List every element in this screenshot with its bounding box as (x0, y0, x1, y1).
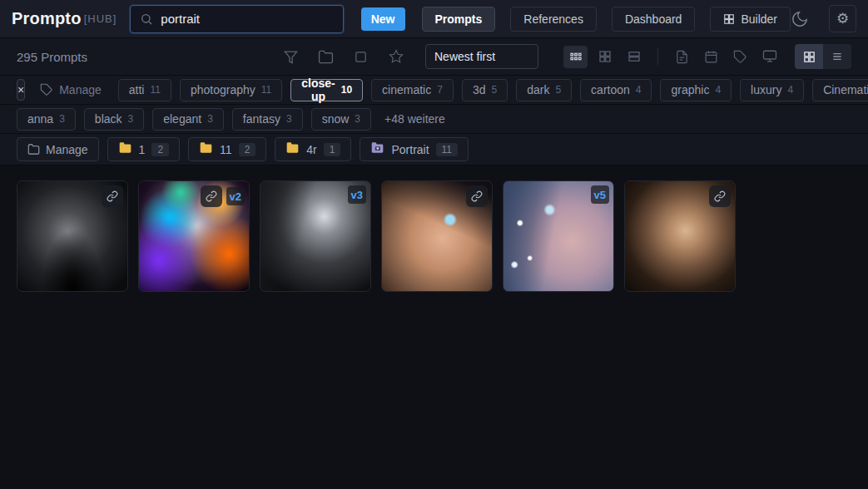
tag-chip-cinematicportrait[interactable]: CinematicPortrait3 (812, 79, 868, 101)
tag-chip-cartoon[interactable]: cartoon4 (580, 79, 652, 101)
view-grid-small-button[interactable] (563, 46, 588, 68)
folder-chips: 121124r1Portrait11 (107, 137, 469, 161)
app-logo-suffix: [HUB] (84, 12, 117, 25)
folder-icon (285, 141, 300, 156)
prompt-card-3[interactable]: v3 (260, 180, 371, 292)
tag-chip-elegant[interactable]: elegant3 (152, 108, 224, 131)
tag-chip-photography[interactable]: photography11 (180, 79, 282, 101)
card-overlay (102, 185, 123, 207)
tag-chips-row1: atti11photography11close-up10cinematic73… (118, 79, 868, 101)
moon-icon[interactable] (791, 10, 809, 28)
card-overlay: v3 (348, 185, 366, 204)
tag-chip-black[interactable]: black3 (84, 108, 144, 131)
prompt-card-1[interactable] (17, 180, 128, 292)
view-grid-2x2-button[interactable] (593, 46, 617, 68)
card-overlay (709, 185, 731, 207)
search-box[interactable] (130, 5, 343, 33)
prompto-app: Prompto [HUB] New PromptsReferencesDashb… (0, 0, 868, 489)
view-mode-group (563, 46, 781, 68)
tag-row-2: anna3black3elegant3fantasy3snow3 +48 wei… (0, 105, 868, 134)
tag-chip-luxury[interactable]: luxury4 (740, 79, 804, 101)
folder-chip-11[interactable]: 112 (188, 137, 266, 161)
nav-dashboard[interactable]: Dashboard (612, 7, 696, 32)
square-select-icon[interactable] (351, 47, 370, 67)
folder-icon[interactable] (316, 47, 335, 67)
search-icon (140, 12, 153, 26)
tag-chip-anna[interactable]: anna3 (17, 108, 76, 131)
tag-chip-3d[interactable]: 3d5 (462, 79, 508, 101)
prompt-card-6[interactable] (624, 180, 736, 292)
manage-folders-button[interactable]: Manage (17, 137, 99, 161)
toolbar: 295 Prompts Newest first (0, 38, 868, 76)
tag-chip-atti[interactable]: atti11 (118, 79, 171, 101)
link-icon[interactable] (102, 185, 123, 207)
link-icon[interactable] (201, 185, 222, 207)
card-overlay: v5 (591, 185, 609, 204)
main-nav: PromptsReferencesDashboardBuilder (422, 7, 791, 32)
layout-grid-button[interactable] (795, 44, 823, 69)
clear-filters-button[interactable]: × (17, 79, 25, 101)
tag-chip-snow[interactable]: snow3 (311, 108, 371, 131)
toolbar-divider (657, 48, 658, 65)
version-badge: v3 (348, 185, 366, 204)
tag-row-1: × Manage atti11photography11close-up10ci… (0, 76, 868, 105)
file-view-button[interactable] (670, 46, 694, 68)
layout-toggle (795, 44, 851, 69)
header: Prompto [HUB] New PromptsReferencesDashb… (0, 0, 868, 38)
tag-view-button[interactable] (728, 46, 752, 68)
nav-builder[interactable]: Builder (710, 7, 791, 32)
folder-chip-1[interactable]: 12 (107, 137, 180, 161)
filter-icon[interactable] (281, 47, 300, 67)
card-overlay (466, 185, 488, 207)
tag-chips-row2: anna3black3elegant3fantasy3snow3 (17, 108, 371, 131)
prompt-card-4[interactable] (381, 180, 493, 292)
prompt-card-2[interactable]: v2 (138, 180, 250, 292)
app-logo: Prompto (12, 9, 82, 28)
link-icon[interactable] (709, 185, 731, 207)
version-badge: v2 (226, 187, 245, 205)
version-badge: v5 (591, 185, 609, 204)
grid-icon (723, 13, 735, 25)
layout-list-button[interactable] (823, 44, 851, 69)
manage-tags-button[interactable]: Manage (40, 83, 102, 96)
folder-icon (118, 141, 132, 156)
view-rows-button[interactable] (622, 46, 646, 68)
folder-icon (199, 141, 213, 156)
link-icon[interactable] (466, 185, 488, 207)
nav-prompts[interactable]: Prompts (422, 7, 496, 32)
tag-chip-close-up[interactable]: close-up10 (290, 79, 363, 101)
tag-chip-graphic[interactable]: graphic4 (660, 79, 732, 101)
new-button[interactable]: New (361, 7, 405, 31)
prompt-card-grid: v2v3v5 (0, 165, 868, 292)
tag-chip-dark[interactable]: dark5 (516, 79, 572, 101)
more-tags-button[interactable]: +48 weitere (384, 112, 445, 126)
folder-row: Manage 121124r1Portrait11 (0, 134, 868, 165)
prompt-count: 295 Prompts (17, 50, 87, 64)
nav-references[interactable]: References (510, 7, 597, 32)
camera-folder-icon (370, 141, 384, 156)
tag-chip-fantasy[interactable]: fantasy3 (232, 108, 303, 131)
sort-select[interactable]: Newest first (425, 44, 538, 69)
folder-chip-portrait[interactable]: Portrait11 (360, 137, 469, 161)
toolbar-filter-icons (281, 47, 405, 67)
folder-chip-4r[interactable]: 4r1 (275, 137, 351, 161)
prompt-card-5[interactable]: v5 (503, 180, 614, 292)
tag-chip-cinematic[interactable]: cinematic7 (371, 79, 454, 101)
search-input[interactable] (161, 12, 327, 26)
star-icon[interactable] (386, 47, 405, 67)
calendar-view-button[interactable] (699, 46, 723, 68)
header-right: ⚙ (791, 5, 856, 32)
monitor-view-button[interactable] (757, 46, 781, 68)
card-overlay: v2 (201, 185, 245, 207)
gear-icon[interactable]: ⚙ (829, 5, 856, 32)
